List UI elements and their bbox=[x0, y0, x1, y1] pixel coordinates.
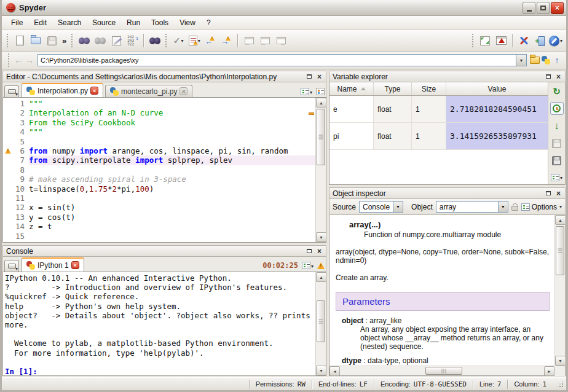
varexp-float-button[interactable] bbox=[543, 73, 553, 81]
editor-close-button[interactable]: × bbox=[315, 73, 324, 81]
objinsp-hscrollbar[interactable]: ◄ ► bbox=[329, 366, 565, 375]
table-row[interactable]: efloat12.7182818284590451 bbox=[329, 96, 548, 123]
scroll-down-button[interactable]: ▼ bbox=[555, 356, 566, 366]
column-header-type[interactable]: Type bbox=[374, 82, 412, 95]
console-float-button[interactable] bbox=[304, 247, 314, 256]
scroll-thumb[interactable] bbox=[317, 109, 325, 165]
scroll-down-button[interactable]: ▼ bbox=[316, 366, 326, 375]
scroll-track[interactable] bbox=[316, 282, 326, 366]
last-edit-location-button[interactable]: ← bbox=[241, 33, 257, 49]
toolbar-grip[interactable] bbox=[8, 53, 10, 67]
close-button[interactable]: × bbox=[551, 2, 564, 14]
next-warning-button[interactable]: → bbox=[218, 33, 234, 49]
close-tab-button[interactable]: × bbox=[90, 87, 98, 95]
find-in-files-button[interactable] bbox=[147, 33, 163, 49]
cell-value[interactable]: 3.1415926535897931 bbox=[446, 123, 548, 149]
scroll-thumb[interactable] bbox=[425, 367, 462, 375]
save-data-button[interactable] bbox=[550, 137, 564, 150]
menu-item-tools[interactable]: Tools bbox=[146, 17, 174, 29]
cell-type[interactable]: float bbox=[374, 123, 412, 149]
cell-size[interactable]: 1 bbox=[412, 123, 446, 149]
menu-item-source[interactable]: Source bbox=[87, 17, 121, 29]
toolbar-overflow-button[interactable]: » bbox=[60, 36, 69, 45]
outline-explorer-button[interactable] bbox=[316, 88, 325, 95]
varexp-options-button[interactable]: ▾ bbox=[550, 171, 564, 184]
find-button[interactable] bbox=[76, 33, 92, 49]
new-file-button[interactable] bbox=[12, 33, 28, 49]
parent-directory-button[interactable]: ↑ bbox=[551, 52, 562, 68]
set-console-directory-button[interactable] bbox=[540, 52, 551, 68]
back-button[interactable]: ← bbox=[13, 52, 24, 68]
console-output[interactable]: IPython 0.10.1 -- An enhanced Interactiv… bbox=[3, 272, 315, 375]
working-directory-combobox[interactable]: C:\Python26\lib\site-packages\xy ▼ bbox=[37, 54, 527, 66]
scroll-up-button[interactable]: ▲ bbox=[555, 215, 566, 225]
menu-item-run[interactable]: Run bbox=[121, 17, 146, 29]
console-close-button[interactable]: × bbox=[315, 247, 324, 256]
interactive-window-button[interactable] bbox=[493, 33, 509, 49]
save-data-as-button[interactable] bbox=[550, 154, 564, 167]
tools-button[interactable] bbox=[516, 33, 532, 49]
column-header-name[interactable]: Name bbox=[329, 82, 374, 95]
previous-cursor-button[interactable]: ← bbox=[257, 33, 273, 49]
refresh-button[interactable]: ↻ bbox=[550, 85, 564, 98]
tab-interpolation[interactable]: Interpolation.py × bbox=[22, 83, 103, 97]
close-tab-button[interactable]: × bbox=[179, 87, 187, 95]
objinsp-float-button[interactable] bbox=[543, 189, 553, 198]
cell-name[interactable]: pi bbox=[329, 123, 374, 149]
cell-value[interactable]: 2.7182818284590451 bbox=[446, 96, 548, 122]
combo-dropdown-button[interactable]: ▼ bbox=[498, 202, 508, 212]
working-directory-path[interactable]: C:\Python26\lib\site-packages\xy bbox=[38, 57, 516, 64]
toolbar-grip[interactable] bbox=[71, 34, 74, 47]
browse-tabs-button[interactable]: ▾ bbox=[4, 85, 19, 97]
menu-item-file[interactable]: File bbox=[6, 17, 28, 29]
tab-ipython[interactable]: IPython 1 × bbox=[22, 257, 84, 272]
forward-button[interactable]: → bbox=[24, 52, 35, 68]
console-scrollbar[interactable]: ▲ ▼ bbox=[315, 272, 326, 375]
menu-item-help[interactable]: ? bbox=[201, 17, 216, 29]
console-prompt[interactable]: In [1]: bbox=[5, 367, 315, 375]
column-header-size[interactable]: Size bbox=[412, 82, 446, 95]
open-file-button[interactable] bbox=[28, 33, 44, 49]
toolbar-grip[interactable] bbox=[472, 34, 475, 47]
todo-list-button[interactable]: ✓▾ bbox=[170, 33, 186, 49]
table-row[interactable]: pifloat13.1415926535897931 bbox=[329, 123, 548, 150]
combo-dropdown-button[interactable]: ▼ bbox=[516, 55, 526, 66]
object-combobox[interactable]: array ▼ bbox=[436, 201, 508, 213]
scroll-thumb[interactable] bbox=[556, 226, 564, 275]
find-next-button[interactable] bbox=[92, 33, 108, 49]
source-combobox[interactable]: Console ▼ bbox=[359, 201, 403, 213]
menu-item-view[interactable]: View bbox=[174, 17, 201, 29]
editor-options-button[interactable]: ▾ bbox=[301, 88, 312, 95]
code-analysis-button[interactable]: ▾ bbox=[186, 33, 202, 49]
editor-scrollbar[interactable]: ▲ ▼ bbox=[315, 98, 326, 242]
objinsp-scrollbar[interactable]: ▲ ▼ bbox=[554, 215, 565, 366]
cell-size[interactable]: 1 bbox=[412, 96, 446, 122]
close-tab-button[interactable]: × bbox=[71, 261, 79, 269]
maximize-pane-button[interactable] bbox=[477, 33, 493, 49]
replace-button[interactable] bbox=[108, 33, 124, 49]
scroll-track[interactable] bbox=[555, 225, 565, 356]
scroll-left-button[interactable]: ◄ bbox=[329, 366, 340, 376]
warning-icon[interactable] bbox=[317, 262, 325, 269]
save-button[interactable] bbox=[44, 33, 60, 49]
doc-content[interactable]: array(...) Function of numpy.core.multia… bbox=[329, 215, 554, 366]
scroll-track[interactable] bbox=[316, 108, 326, 232]
scroll-right-button[interactable]: ► bbox=[544, 366, 554, 376]
menu-item-edit[interactable]: Edit bbox=[28, 17, 52, 29]
combo-dropdown-button[interactable]: ▼ bbox=[393, 202, 403, 212]
scroll-up-button[interactable]: ▲ bbox=[316, 272, 326, 282]
cell-type[interactable]: float bbox=[374, 96, 412, 122]
maximize-button[interactable] bbox=[537, 2, 550, 14]
objinsp-options-button[interactable]: Options ▾ bbox=[521, 203, 562, 211]
scroll-track[interactable] bbox=[340, 366, 544, 375]
menu-item-search[interactable]: Search bbox=[52, 17, 87, 29]
toolbar-grip[interactable] bbox=[7, 34, 9, 47]
cell-name[interactable]: e bbox=[329, 96, 374, 122]
toolbar-grip[interactable] bbox=[165, 34, 168, 47]
editor-float-button[interactable] bbox=[304, 73, 314, 81]
next-cursor-button[interactable]: → bbox=[273, 33, 289, 49]
browse-tabs-button[interactable]: ▾ bbox=[4, 260, 19, 272]
console-options-button[interactable]: ▾ bbox=[302, 262, 314, 269]
scroll-thumb[interactable] bbox=[317, 300, 325, 342]
column-header-value[interactable]: Value bbox=[446, 82, 548, 95]
